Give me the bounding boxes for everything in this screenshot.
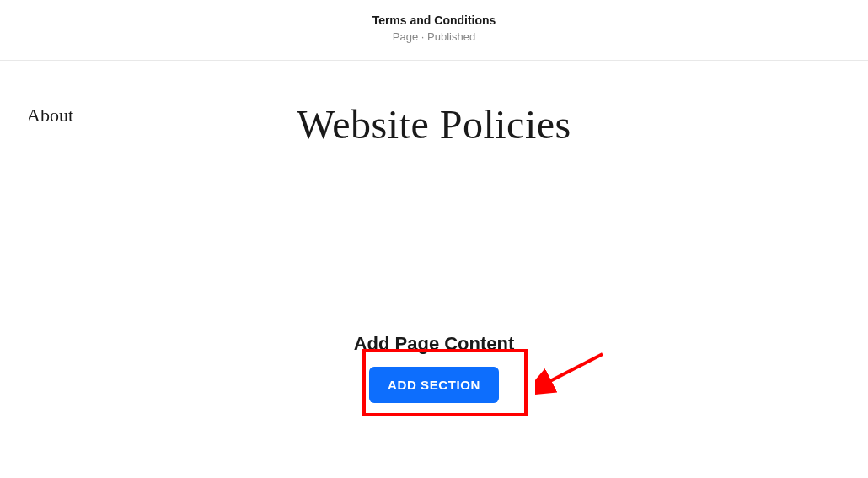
- content-area: About Website Policies: [0, 61, 868, 148]
- header-title: Terms and Conditions: [0, 13, 868, 27]
- header-bar: Terms and Conditions Page · Published: [0, 0, 868, 61]
- add-section-button[interactable]: ADD SECTION: [369, 367, 499, 403]
- page-title: Website Policies: [0, 101, 868, 148]
- sidebar-nav-about[interactable]: About: [27, 105, 73, 126]
- add-content-label: Add Page Content: [0, 333, 868, 355]
- header-subtitle: Page · Published: [0, 30, 868, 43]
- add-content-block: Add Page Content ADD SECTION: [0, 333, 868, 403]
